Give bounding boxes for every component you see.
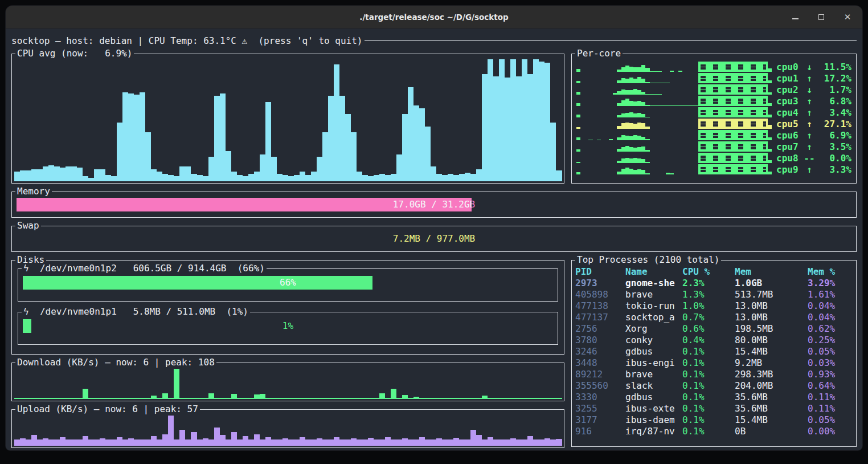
percore-panel: Per-core cpu0↓11.5%cpu1↑17.2%cpu2↓1.7%cp… xyxy=(571,54,857,184)
bar xyxy=(14,398,20,399)
percore-row-cpu9: cpu9↑3.3% xyxy=(576,164,851,175)
cell-mempct: 0.03% xyxy=(808,357,853,369)
minimize-button[interactable] xyxy=(789,11,801,23)
bar xyxy=(48,398,54,399)
bar xyxy=(83,436,88,446)
spark-bar xyxy=(747,153,751,163)
bar xyxy=(402,114,408,181)
cell-mem: 80.0MB xyxy=(735,335,808,346)
spark-bar xyxy=(670,173,674,174)
cell-cpu: 0.1% xyxy=(682,369,735,380)
bar xyxy=(94,169,100,181)
percore-row-cpu2: cpu2↓1.7% xyxy=(576,84,851,95)
spark-bar xyxy=(723,96,727,106)
bar xyxy=(185,398,191,399)
bar xyxy=(533,59,539,181)
bar xyxy=(237,439,243,446)
spark-bar xyxy=(719,107,723,117)
bar xyxy=(179,166,185,181)
cell-name: ibus-exte xyxy=(625,403,682,414)
bar xyxy=(94,439,100,446)
gauge-label-on-fill: 1% xyxy=(23,319,31,333)
bar xyxy=(345,114,351,181)
spark-bar xyxy=(629,90,633,95)
bar xyxy=(539,62,544,181)
spark-bar xyxy=(702,130,706,140)
spark-bar xyxy=(629,136,633,140)
bar xyxy=(550,123,556,181)
spark-bar xyxy=(576,115,580,117)
spark-bar xyxy=(637,101,641,106)
percore-rows: cpu0↓11.5%cpu1↑17.2%cpu2↓1.7%cpu3↑6.8%cp… xyxy=(576,61,851,175)
cell-mempct: 3.29% xyxy=(808,278,853,289)
spark-bar xyxy=(727,164,731,174)
bar xyxy=(334,398,339,399)
cell-mempct: 0.62% xyxy=(808,323,853,335)
spark-bar xyxy=(617,80,621,83)
cell-pid: 3780 xyxy=(575,335,625,346)
cell-name: gnome-she xyxy=(625,278,682,289)
core-name: cpu8 xyxy=(776,153,803,164)
spark-bar xyxy=(576,172,580,175)
spark-bar xyxy=(715,62,719,72)
spark-bar xyxy=(768,149,772,152)
bar xyxy=(436,174,442,181)
spark-bar xyxy=(735,107,739,117)
left-column: Disks ϟ /dev/nvme0n1p2 606.5GB / 914.4GB… xyxy=(11,260,564,448)
cell-pid: 355560 xyxy=(575,380,625,392)
cell-cpu: 0.1% xyxy=(682,403,735,414)
bar xyxy=(539,439,544,446)
spark-bar xyxy=(625,79,629,83)
bar xyxy=(140,92,145,181)
bar xyxy=(459,398,465,399)
bar xyxy=(248,398,254,399)
bar xyxy=(402,395,408,399)
bar xyxy=(208,157,214,181)
cell-cpu: 2.3% xyxy=(682,278,735,289)
spark-bar xyxy=(629,158,633,163)
bar xyxy=(488,437,493,446)
core-name: cpu4 xyxy=(776,107,803,118)
core-label: cpu8--0.0% xyxy=(776,153,851,164)
spark-bar xyxy=(662,105,666,106)
spark-bar xyxy=(637,169,641,174)
spark-bar xyxy=(597,140,601,140)
close-button[interactable]: ✕ xyxy=(842,11,853,23)
spark-bar xyxy=(755,153,759,163)
spark-bar xyxy=(755,62,759,72)
bar xyxy=(465,173,470,181)
titlebar[interactable]: ./target/release/soc ~/D/G/socktop ✕ xyxy=(6,6,862,29)
cpu-avg-panel: CPU avg (now: 6.9%) xyxy=(11,54,564,184)
process-row: 3255ibus-exte0.1%35.6MB0.11% xyxy=(575,403,853,414)
bar xyxy=(305,398,311,399)
disk-title: ϟ /dev/nvme0n1p1 5.8MB / 511.0MB (1%) xyxy=(22,306,250,318)
maximize-button[interactable] xyxy=(816,11,827,23)
spark-bar xyxy=(723,107,727,117)
spark-bar xyxy=(727,119,731,129)
cell-name: conky xyxy=(625,335,682,346)
spark-bar xyxy=(711,153,715,163)
spark-bar xyxy=(747,96,751,106)
spark-bar xyxy=(723,164,727,174)
spark-bar xyxy=(755,164,759,174)
bar xyxy=(162,393,168,399)
spark-bar xyxy=(743,84,747,95)
spark-bar xyxy=(698,73,702,83)
bar xyxy=(191,398,196,399)
spark-bar xyxy=(759,119,763,129)
gauge-label: 1% xyxy=(23,319,553,333)
bar xyxy=(488,398,493,399)
spark-bar xyxy=(625,99,629,106)
spark-bar xyxy=(747,119,751,129)
bar xyxy=(499,398,505,399)
bar xyxy=(436,438,442,446)
disk-nvme0n1p2: ϟ /dev/nvme0n1p2 606.5GB / 914.4GB (66%)… xyxy=(18,268,558,302)
bar xyxy=(128,398,134,399)
disk-usage-gauge: 66%66% xyxy=(23,276,553,290)
bar xyxy=(111,176,117,181)
terminal-screen[interactable]: socktop — host: debian | CPU Temp: 63.1°… xyxy=(6,29,862,450)
gauge-label: 7.2MB / 977.0MB xyxy=(17,232,851,246)
spark-bar xyxy=(768,160,772,163)
spark-bar xyxy=(698,141,702,152)
spark-bar xyxy=(759,130,763,140)
